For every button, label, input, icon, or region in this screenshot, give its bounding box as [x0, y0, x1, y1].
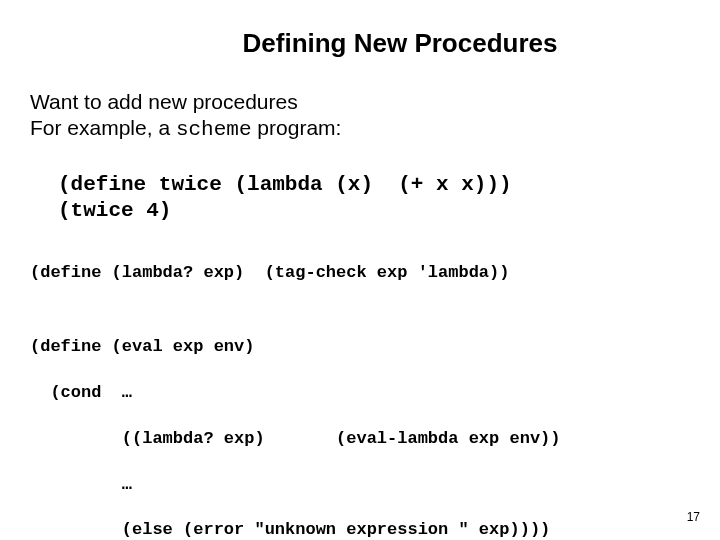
code2-line1: (define (lambda? exp) (tag-check exp 'la… [30, 263, 509, 282]
code2-line5: ((lambda? exp) (eval-lambda exp env)) [30, 429, 561, 448]
intro-line-2: For example, a scheme program: [30, 115, 690, 143]
code-block-definitions: (define (lambda? exp) (tag-check exp 'la… [30, 262, 690, 540]
intro-line-1: Want to add new procedures [30, 89, 690, 115]
intro-text: Want to add new procedures For example, … [30, 89, 690, 144]
code2-line3: (define (eval exp env) [30, 337, 254, 356]
intro-line-2-code: scheme [176, 118, 252, 141]
code1-line2: (twice 4) [58, 199, 171, 222]
code2-line6: … [30, 475, 132, 494]
code-block-example: (define twice (lambda (x) (+ x x))) (twi… [58, 172, 690, 225]
slide-title: Defining New Procedures [110, 28, 690, 59]
page-number: 17 [687, 510, 700, 524]
code2-line4: (cond … [30, 383, 132, 402]
code1-line1: (define twice (lambda (x) (+ x x))) [58, 173, 512, 196]
intro-line-2-pre: For example, a [30, 116, 176, 139]
intro-line-2-post: program: [252, 116, 342, 139]
code2-line7: (else (error "unknown expression " exp))… [30, 520, 550, 539]
